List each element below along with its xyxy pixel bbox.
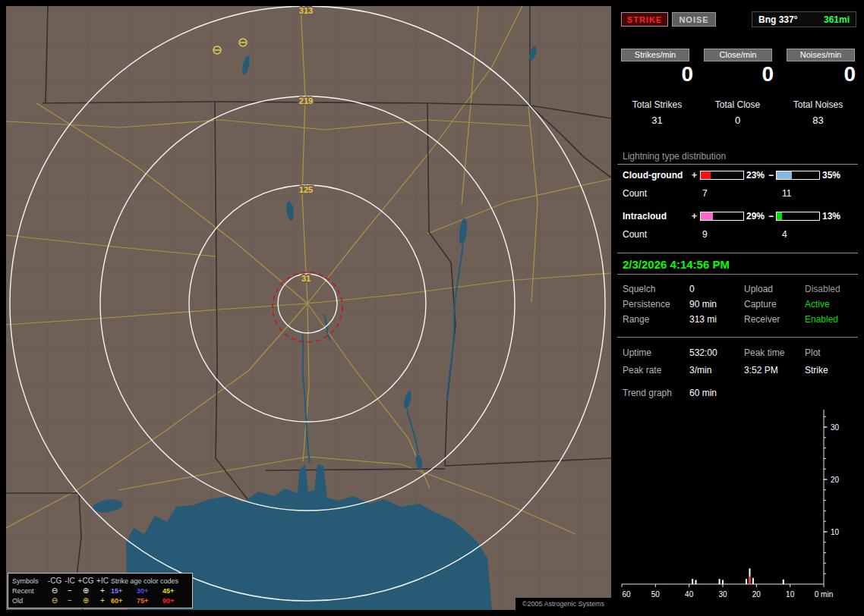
trend-graph-row: Trend graph 60 min: [617, 388, 858, 399]
total-strikes-label: Total Strikes: [617, 99, 697, 110]
legend-col-neg-cg: -CG: [47, 577, 62, 585]
age-code-75: 75+: [137, 597, 162, 605]
upload-status: Disabled: [805, 284, 840, 294]
ic-minus-bar-fill: [777, 212, 782, 220]
svg-text:10: 10: [786, 590, 795, 599]
stats-row-peak-rate: Peak rate 3/min 3:52 PM Strike: [617, 365, 858, 376]
noise-indicator-button[interactable]: NOISE: [672, 12, 716, 27]
peak-time-label: Peak time: [744, 347, 784, 358]
cg-plus-bar: [700, 171, 744, 180]
age-code-30: 30+: [137, 587, 162, 595]
map-view[interactable]: 313 219 125 31 Symbols -CG -IC +CG +IC S…: [6, 6, 611, 610]
peak-time-value: 3:52 PM: [744, 365, 778, 376]
pos-ic-recent-icon: +: [94, 586, 111, 595]
legend-symbols-header: Symbols: [12, 577, 47, 585]
ic-plus-pct: 29%: [746, 211, 765, 222]
strike-indicator-button[interactable]: STRIKE: [621, 12, 668, 27]
copyright-notice: ©2005 Astrogenic Systems: [516, 598, 611, 610]
trend-graph: 1020306050403020100 min: [617, 404, 858, 610]
pos-cg-old-icon: ⊕: [77, 596, 94, 605]
receiver-status: Enabled: [805, 314, 838, 325]
trend-plot-area: 1020306050403020100 min: [622, 416, 840, 599]
bearing-display: Bng 337° 361mi: [752, 11, 856, 27]
trend-graph-label: Trend graph: [623, 388, 672, 398]
intracloud-label: Intracloud: [623, 211, 667, 222]
squelch-label: Squelch: [623, 284, 655, 294]
range-label: Range: [623, 314, 649, 325]
ring-label-31: 31: [301, 274, 311, 283]
plot-label: Plot: [805, 347, 821, 358]
cg-minus-count: 11: [782, 188, 791, 199]
neg-ic-old-icon: −: [62, 596, 77, 605]
receiver-label: Receiver: [744, 314, 780, 325]
pos-ic-old-icon: +: [94, 596, 111, 605]
legend-col-pos-cg: +CG: [77, 577, 94, 585]
legend-col-pos-ic: +IC: [94, 577, 111, 585]
uptime-value: 532:00: [689, 347, 717, 358]
total-noises-label: Total Noises: [778, 99, 858, 110]
svg-text:60: 60: [622, 590, 631, 599]
noises-per-min-button[interactable]: Noises/min: [787, 49, 855, 61]
cg-plus-pct: 23%: [746, 170, 765, 181]
settings-row-range: Range 313 mi Receiver Enabled: [617, 314, 858, 325]
stats-row-uptime: Uptime 532:00 Peak time Plot: [617, 347, 858, 359]
plot-value: Strike: [805, 365, 828, 376]
close-per-min-button[interactable]: Close/min: [704, 49, 772, 61]
strikes-per-min-button[interactable]: Strikes/min: [621, 49, 689, 61]
neg-cg-recent-icon: ⊖: [47, 586, 62, 595]
divider: [617, 164, 858, 165]
ring-label-219: 219: [299, 96, 313, 105]
nexstorm-window: 313 219 125 31 Symbols -CG -IC +CG +IC S…: [0, 0, 864, 616]
count-label: Count: [623, 188, 647, 199]
status-panel: STRIKE NOISE Bng 337° 361mi Strikes/min …: [617, 6, 858, 610]
svg-text:30: 30: [831, 423, 840, 432]
map-canvas[interactable]: 313 219 125 31: [6, 6, 611, 610]
legend-old-label: Old: [12, 597, 47, 605]
bearing-value: Bng 337°: [758, 14, 797, 25]
age-code-90: 90+: [162, 597, 188, 605]
ic-plus-bar-fill: [701, 212, 713, 220]
map-legend: Symbols -CG -IC +CG +IC Strike age color…: [8, 573, 193, 608]
capture-status: Active: [805, 299, 830, 310]
pos-cg-recent-icon: ⊕: [77, 586, 94, 595]
legend-col-neg-ic: -IC: [62, 577, 77, 585]
neg-cg-old-icon: ⊖: [47, 596, 62, 605]
svg-text:20: 20: [831, 476, 840, 484]
ic-minus-bar: [776, 212, 820, 221]
intracloud-count-row: Count 9 4: [617, 229, 858, 240]
squelch-value: 0: [689, 284, 695, 294]
total-close-label: Total Close: [698, 99, 777, 110]
minus-sign: −: [768, 170, 774, 181]
settings-row-squelch: Squelch 0 Upload Disabled: [617, 284, 858, 295]
uptime-label: Uptime: [623, 347, 651, 358]
intracloud-row: Intracloud + 29% − 13%: [617, 211, 858, 222]
clock-display: 2/3/2026 4:14:56 PM: [617, 253, 858, 275]
datetime-value: 2/3/2026 4:14:56 PM: [623, 258, 730, 271]
cloud-ground-count-row: Count 7 11: [617, 188, 858, 199]
cg-minus-bar: [776, 171, 820, 180]
ic-plus-bar: [700, 212, 744, 221]
age-code-45: 45+: [162, 587, 188, 595]
ring-label-313: 313: [299, 6, 313, 15]
legend-recent-label: Recent: [12, 587, 47, 595]
cg-minus-pct: 35%: [822, 170, 840, 181]
svg-text:40: 40: [685, 590, 694, 599]
total-strikes-value: 31: [617, 115, 697, 126]
ic-minus-count: 4: [782, 229, 787, 240]
persistence-label: Persistence: [623, 299, 670, 310]
peak-rate-label: Peak rate: [623, 365, 661, 376]
cloud-ground-label: Cloud-ground: [623, 170, 683, 181]
age-code-15: 15+: [111, 587, 137, 595]
upload-label: Upload: [744, 284, 773, 294]
bearing-range-value: 361mi: [824, 14, 850, 25]
total-noises-value: 83: [778, 115, 858, 126]
age-code-60: 60+: [111, 597, 137, 605]
ring-label-125: 125: [299, 185, 313, 194]
total-close-value: 0: [698, 115, 777, 126]
peak-rate-value: 3/min: [689, 365, 711, 376]
close-per-min-value: 0: [698, 62, 774, 86]
cloud-ground-row: Cloud-ground + 23% − 35%: [617, 170, 858, 181]
ic-plus-count: 9: [702, 229, 708, 240]
distribution-title: Lightning type distribution: [623, 151, 726, 162]
plus-sign: +: [692, 211, 697, 222]
